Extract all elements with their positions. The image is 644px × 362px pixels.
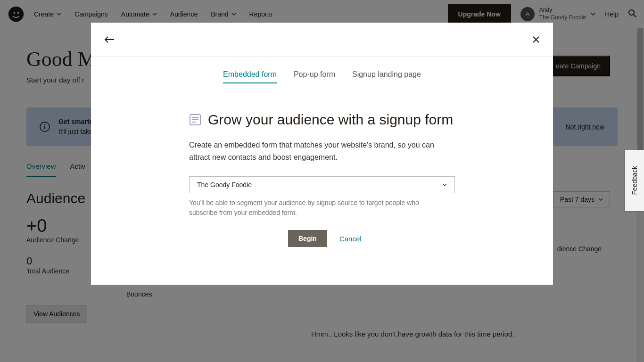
signup-form-modal: Embedded form Pop-up form Signup landing… <box>91 23 553 285</box>
modal-tabs: Embedded form Pop-up form Signup landing… <box>91 70 553 83</box>
tab-embedded-form[interactable]: Embedded form <box>223 70 277 83</box>
feedback-tab[interactable]: Feedback <box>625 150 644 211</box>
modal-header <box>91 23 553 57</box>
tab-signup-landing[interactable]: Signup landing page <box>352 70 421 83</box>
form-icon <box>189 114 201 126</box>
begin-button[interactable]: Begin <box>288 230 327 247</box>
modal-actions: Begin Cancel <box>288 230 455 247</box>
modal-heading-row: Grow your audience with a signup form <box>189 112 455 128</box>
cancel-link[interactable]: Cancel <box>339 235 362 243</box>
modal-overlay: Embedded form Pop-up form Signup landing… <box>0 0 644 362</box>
close-icon[interactable] <box>532 36 540 43</box>
modal-heading: Grow your audience with a signup form <box>208 112 453 128</box>
helper-text: You'll be able to segment your audience … <box>189 198 444 218</box>
audience-select[interactable]: The Goody Foodie <box>189 176 455 193</box>
back-arrow-icon[interactable] <box>104 36 115 43</box>
select-value: The Goody Foodie <box>197 181 252 189</box>
modal-description: Create an embedded form that matches you… <box>189 139 453 163</box>
tab-popup-form[interactable]: Pop-up form <box>294 70 335 83</box>
chevron-down-icon <box>442 182 447 187</box>
modal-body: Grow your audience with a signup form Cr… <box>91 83 553 247</box>
